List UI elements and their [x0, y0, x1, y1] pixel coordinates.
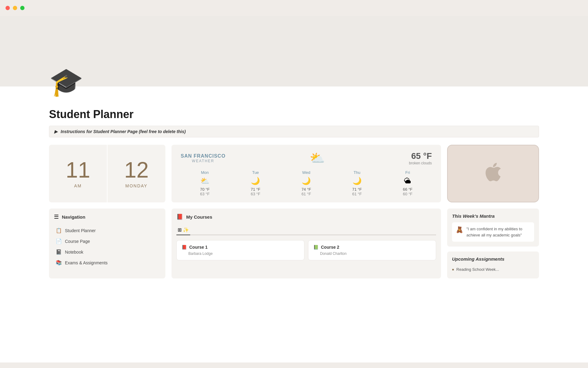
weather-day-mon: Mon ⛅ 70 °F 63 °F	[181, 170, 229, 196]
course-icon-1: 📗	[313, 245, 318, 250]
course-person-1: Donald Charlton	[320, 251, 431, 256]
graduation-icon: 🎓	[49, 68, 539, 96]
mantra-emoji: 🧸	[456, 226, 463, 233]
content-area: 🎓 Student Planner ▶ Instructions for Stu…	[0, 86, 588, 362]
weather-day-fri: Fri 🌥 66 °F 60 °F	[383, 170, 432, 196]
dashboard-grid: 11 AM 12 MONDAY SAN FRANCISCO WEATHER ⛅ …	[49, 145, 539, 202]
weather-city-name: SAN FRANCISCO	[181, 153, 225, 159]
nav-item-course-page[interactable]: 📄 Course Page	[54, 236, 160, 247]
macbook-widget	[447, 145, 539, 202]
weather-current-desc: broken clouds	[409, 161, 432, 165]
weather-subtitle: WEATHER	[181, 159, 225, 163]
weather-day-wed: Wed 🌙 74 °F 61 °F	[282, 170, 330, 196]
close-button[interactable]	[6, 6, 10, 10]
weather-city: SAN FRANCISCO WEATHER	[181, 153, 225, 163]
weather-current-icon: ⛅	[310, 151, 325, 165]
bottom-grid: ☰ Navigation 📋 Student Planner 📄 Course …	[49, 209, 539, 278]
nav-item-icon-1: 📄	[56, 238, 62, 244]
courses-header-icon: 📕	[176, 213, 183, 220]
weather-day-name-3: Thu	[333, 170, 381, 175]
clock-hour-panel: 11 AM	[49, 145, 107, 202]
weather-day-icon-4: 🌥	[383, 177, 432, 185]
mantra-panel: This Week's Mantra 🧸 "I am confident in …	[447, 209, 539, 247]
courses-tab-bar: ⊞ ✨	[176, 225, 436, 235]
courses-header-title: My Courses	[186, 214, 212, 220]
mantra-title: This Week's Mantra	[452, 213, 534, 219]
course-icon-0: 📕	[182, 245, 187, 250]
weather-lo-0: 63 °F	[181, 192, 229, 196]
assignments-title: Upcoming Assignments	[452, 256, 534, 262]
weather-lo-1: 63 °F	[232, 192, 280, 196]
weather-lo-4: 60 °F	[383, 192, 432, 196]
weather-day-name-4: Fri	[383, 170, 432, 175]
tab-grid-icon: ⊞ ✨	[178, 227, 189, 232]
course-name-0: Course 1	[189, 245, 208, 250]
navigation-panel: ☰ Navigation 📋 Student Planner 📄 Course …	[49, 209, 165, 278]
weather-lo-3: 61 °F	[333, 192, 381, 196]
weather-hi-3: 71 °F	[333, 187, 381, 192]
logo-area: 🎓	[49, 68, 539, 96]
nav-item-notebook[interactable]: 📓 Notebook	[54, 247, 160, 257]
weather-day-name-2: Wed	[282, 170, 330, 175]
nav-item-student-planner[interactable]: 📋 Student Planner	[54, 225, 160, 236]
mantra-text: "I am confident in my abilities to achie…	[466, 226, 530, 238]
assignment-dot-icon: ■	[452, 268, 454, 271]
courses-header: 📕 My Courses	[176, 213, 436, 220]
weather-forecast: Mon ⛅ 70 °F 63 °F Tue 🌙 71 °F 63 °F Wed …	[181, 170, 432, 196]
weather-day-tue: Tue 🌙 71 °F 63 °F	[232, 170, 280, 196]
apple-logo-icon	[485, 163, 501, 185]
weather-header: SAN FRANCISCO WEATHER ⛅ 65 °F broken clo…	[181, 151, 432, 165]
nav-item-icon-3: 📚	[56, 260, 62, 266]
clock-minute-value: 12	[124, 159, 149, 181]
course-card-1[interactable]: 📗 Course 2 Donald Charlton	[308, 240, 436, 260]
course-card-0[interactable]: 📕 Course 1 Barbara Lodge	[176, 240, 304, 260]
courses-grid: 📕 Course 1 Barbara Lodge 📗 Course 2 Dona…	[176, 240, 436, 260]
weather-hi-1: 71 °F	[232, 187, 280, 192]
weather-lo-2: 61 °F	[282, 192, 330, 196]
weather-day-icon-0: ⛅	[181, 177, 229, 185]
nav-header: ☰ Navigation	[54, 213, 160, 220]
course-card-header-1: 📗 Course 2	[313, 245, 431, 250]
arrow-icon: ▶	[54, 129, 58, 134]
nav-item-label-2: Notebook	[65, 250, 83, 255]
clock-widget: 11 AM 12 MONDAY	[49, 145, 165, 202]
page-title: Student Planner	[49, 108, 539, 121]
nav-item-label-3: Exams & Assignments	[65, 260, 107, 265]
titlebar	[0, 0, 588, 16]
nav-header-title: Navigation	[62, 214, 85, 220]
nav-item-label-0: Student Planner	[65, 228, 96, 233]
nav-item-exams[interactable]: 📚 Exams & Assignments	[54, 257, 160, 268]
right-panel: This Week's Mantra 🧸 "I am confident in …	[447, 209, 539, 278]
weather-hi-4: 66 °F	[383, 187, 432, 192]
mantra-card: 🧸 "I am confident in my abilities to ach…	[452, 222, 534, 242]
weather-day-icon-2: 🌙	[282, 177, 330, 185]
weather-day-name-0: Mon	[181, 170, 229, 175]
weather-current-temp: 65 °F	[409, 151, 432, 161]
instructions-label: Instructions for Student Planner Page (f…	[61, 129, 186, 134]
assignment-label-0: Reading School Week...	[456, 267, 499, 272]
courses-tab-grid[interactable]: ⊞ ✨	[176, 225, 190, 235]
clock-day: MONDAY	[125, 183, 147, 188]
clock-period: AM	[74, 183, 82, 188]
weather-day-icon-1: 🌙	[232, 177, 280, 185]
weather-widget: SAN FRANCISCO WEATHER ⛅ 65 °F broken clo…	[172, 145, 441, 202]
weather-hi-0: 70 °F	[181, 187, 229, 192]
nav-item-icon-2: 📓	[56, 249, 62, 255]
weather-day-icon-3: 🌙	[333, 177, 381, 185]
nav-item-label-1: Course Page	[65, 239, 90, 244]
minimize-button[interactable]	[13, 6, 17, 10]
assignments-panel: Upcoming Assignments ■ Reading School We…	[447, 251, 539, 278]
assignment-item-0[interactable]: ■ Reading School Week...	[452, 265, 534, 274]
courses-panel: 📕 My Courses ⊞ ✨ 📕 Course 1 Barbara Lodg…	[172, 209, 441, 278]
course-name-1: Course 2	[321, 245, 339, 250]
weather-temp-main: 65 °F broken clouds	[409, 151, 432, 165]
maximize-button[interactable]	[20, 6, 24, 10]
clock-date-panel: 12 MONDAY	[107, 145, 165, 202]
weather-day-name-1: Tue	[232, 170, 280, 175]
nav-header-icon: ☰	[54, 213, 59, 220]
nav-item-icon-0: 📋	[56, 228, 62, 233]
course-person-0: Barbara Lodge	[188, 251, 299, 256]
instructions-bar[interactable]: ▶ Instructions for Student Planner Page …	[49, 126, 539, 137]
clock-hour-value: 11	[66, 159, 90, 181]
weather-hi-2: 74 °F	[282, 187, 330, 192]
